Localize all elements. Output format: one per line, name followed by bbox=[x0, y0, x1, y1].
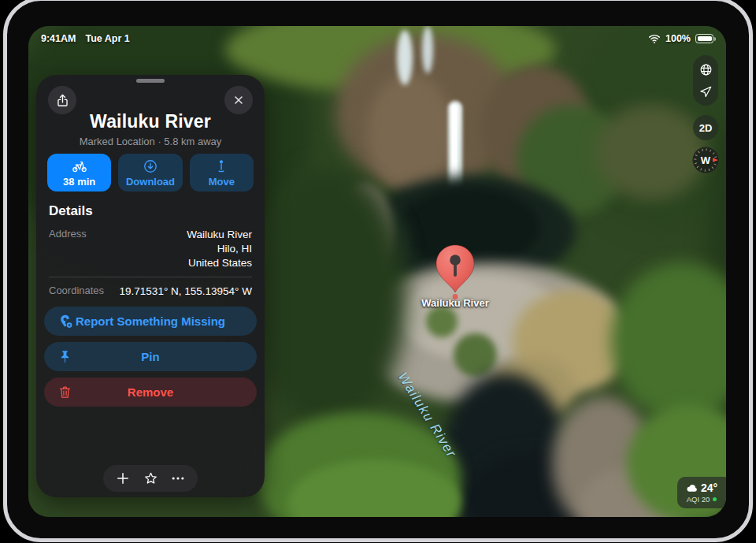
move-label: Move bbox=[209, 176, 235, 188]
close-icon bbox=[232, 94, 245, 106]
globe-button[interactable] bbox=[699, 62, 713, 77]
compass-letter: W bbox=[692, 147, 719, 173]
address-row: Address Wailuku River Hilo, HI United St… bbox=[49, 228, 252, 270]
share-icon bbox=[55, 93, 70, 108]
report-missing-label: Report Something Missing bbox=[76, 314, 225, 328]
address-line: Hilo, HI bbox=[187, 242, 252, 256]
map-pin-label: Wailuku River bbox=[386, 297, 524, 309]
address-value: Wailuku River Hilo, HI United States bbox=[187, 228, 252, 270]
status-time: 9:41AM bbox=[41, 33, 76, 44]
coordinates-label: Coordinates bbox=[49, 285, 104, 299]
place-subtitle: Marked Location · 5.8 km away bbox=[36, 136, 265, 147]
globe-icon bbox=[699, 62, 713, 77]
star-icon bbox=[143, 470, 159, 487]
coordinates-value: 19.71531° N, 155.13954° W bbox=[120, 285, 252, 299]
place-title: Wailuku River bbox=[36, 111, 265, 132]
map-pin-plus-icon bbox=[57, 313, 74, 329]
bank-shrub bbox=[426, 306, 458, 337]
download-circle-icon bbox=[143, 158, 158, 174]
bank-shrub bbox=[454, 333, 497, 377]
map-pin-balloon-icon bbox=[433, 244, 477, 300]
aqi-status-dot bbox=[713, 497, 717, 501]
details-heading: Details bbox=[49, 203, 93, 219]
battery-icon bbox=[695, 34, 713, 43]
action-buttons-row: 38 min Download Move bbox=[47, 154, 254, 192]
card-toolbar bbox=[103, 465, 198, 492]
download-label: Download bbox=[126, 176, 175, 188]
location-arrow-icon bbox=[699, 85, 713, 99]
page: Wailuku River Wailuku River bbox=[0, 0, 756, 543]
locate-button[interactable] bbox=[699, 85, 713, 99]
terrain-blob bbox=[611, 262, 726, 420]
address-label: Address bbox=[49, 228, 87, 270]
place-card: Wailuku River Marked Location · 5.8 km a… bbox=[36, 75, 265, 497]
terrain-blob bbox=[595, 105, 706, 199]
compass-button[interactable]: W bbox=[692, 147, 719, 173]
report-missing-button[interactable]: Report Something Missing bbox=[44, 307, 257, 336]
wifi-icon bbox=[648, 34, 661, 44]
add-button[interactable] bbox=[115, 470, 131, 486]
battery-percent: 100% bbox=[665, 33, 691, 44]
aqi-value: AQI 20 bbox=[687, 495, 710, 504]
share-button[interactable] bbox=[48, 86, 76, 114]
close-button[interactable] bbox=[224, 86, 253, 114]
map-pin[interactable] bbox=[433, 244, 477, 300]
pushpin-icon bbox=[57, 349, 72, 364]
cloud-icon bbox=[686, 483, 699, 493]
pin-label: Pin bbox=[141, 350, 159, 363]
address-line: United States bbox=[187, 256, 252, 270]
cliff-blob bbox=[367, 73, 454, 192]
download-button[interactable]: Download bbox=[118, 154, 182, 192]
ellipsis-icon bbox=[170, 470, 186, 486]
directions-label: 38 min bbox=[63, 176, 95, 188]
map-controls-pill bbox=[693, 55, 718, 106]
ipad-screen: Wailuku River Wailuku River bbox=[28, 26, 726, 517]
remove-label: Remove bbox=[128, 385, 173, 399]
status-bar: 9:41AM Tue Apr 1 100% bbox=[28, 31, 726, 46]
move-button[interactable]: Move bbox=[190, 154, 254, 192]
trash-icon bbox=[57, 385, 72, 400]
weather-widget[interactable]: 24° AQI 20 bbox=[677, 477, 726, 508]
details-divider bbox=[49, 277, 252, 277]
favorite-button[interactable] bbox=[143, 470, 159, 487]
sheet-drag-handle[interactable] bbox=[136, 79, 165, 83]
coordinates-row: Coordinates 19.71531° N, 155.13954° W bbox=[49, 285, 252, 299]
remove-button[interactable]: Remove bbox=[44, 377, 257, 407]
address-line: Wailuku River bbox=[187, 228, 252, 242]
more-button[interactable] bbox=[170, 470, 186, 486]
temperature: 24° bbox=[701, 482, 717, 494]
directions-button[interactable]: 38 min bbox=[47, 154, 111, 192]
2d-mode-button[interactable]: 2D bbox=[693, 115, 718, 140]
status-date: Tue Apr 1 bbox=[85, 33, 129, 44]
bicycle-icon bbox=[72, 158, 87, 174]
terrain-blob bbox=[249, 168, 406, 428]
pin-button[interactable]: Pin bbox=[44, 342, 257, 371]
move-marker-icon bbox=[213, 158, 229, 174]
plus-icon bbox=[115, 470, 131, 486]
